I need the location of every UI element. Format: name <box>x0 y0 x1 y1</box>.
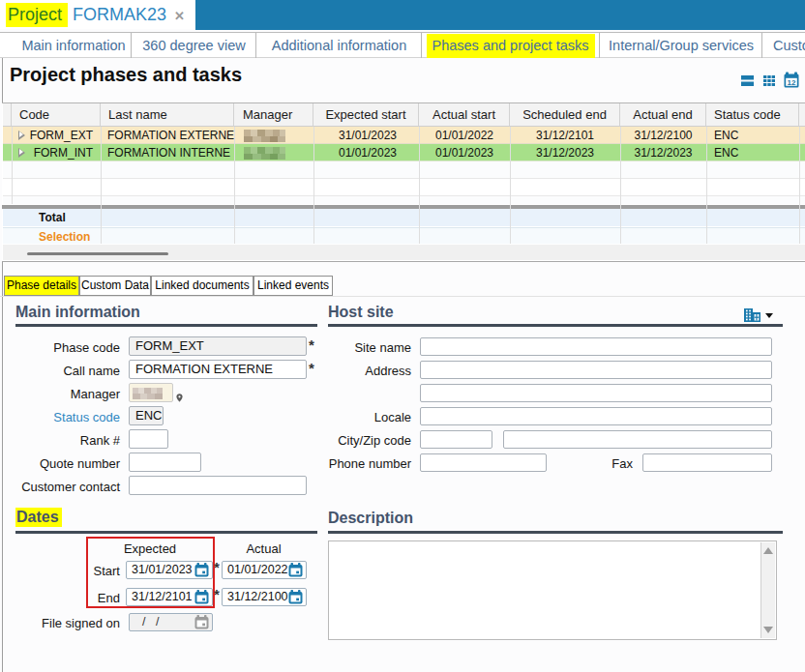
svg-text:12: 12 <box>788 78 796 87</box>
